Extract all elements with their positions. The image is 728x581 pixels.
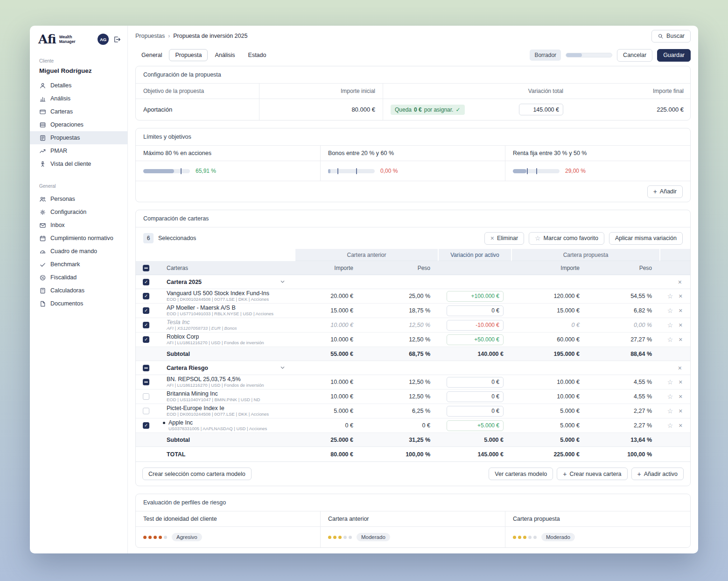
sidebar-item-detalles[interactable]: Detalles [35, 79, 122, 92]
row-checkbox[interactable] [143, 322, 149, 328]
sidebar-item-vista-del-cliente[interactable]: Vista del cliente [35, 157, 122, 170]
remove-asset-icon[interactable]: × [679, 336, 682, 343]
mark-favorite-button[interactable]: ☆ Marcar como favorito [529, 232, 604, 245]
gear-icon [39, 209, 46, 216]
sidebar-item-calculadoras[interactable]: Calculadoras [35, 284, 122, 297]
asset-new-amount: 15.000 € [511, 304, 587, 318]
add-asset-button[interactable]: + Añadir activo [631, 468, 684, 480]
cancel-button[interactable]: Cancelar [617, 49, 652, 62]
tab-general[interactable]: General [135, 49, 168, 61]
breadcrumb-root[interactable]: Propuestas [135, 33, 165, 39]
row-checkbox[interactable] [143, 379, 149, 385]
tab-estado[interactable]: Estado [242, 49, 273, 61]
risk-profile-badge: Agresivo [172, 533, 202, 541]
group-checkbox[interactable] [143, 365, 149, 371]
sidebar-item-operaciones[interactable]: Operaciones [35, 118, 122, 131]
portfolio-card-icon [39, 108, 46, 115]
sidebar-item-personas[interactable]: Personas [35, 192, 122, 205]
delete-selection-button[interactable]: × Eliminar [484, 232, 524, 245]
favorite-star-icon[interactable]: ☆ [667, 422, 673, 429]
chevron-down-icon[interactable] [280, 365, 285, 370]
view-model-portfolios-button[interactable]: Ver carteras modelo [489, 468, 553, 480]
variation-input[interactable] [447, 377, 504, 388]
remaining-amount-badge: Queda0 €por asignar. ✓ [391, 105, 465, 115]
group-checkbox[interactable] [143, 279, 149, 285]
tab-propuesta[interactable]: Propuesta [169, 49, 208, 61]
risk-dots [328, 536, 352, 539]
row-checkbox[interactable] [143, 307, 149, 314]
create-new-portfolio-button[interactable]: + Crear nueva cartera [557, 468, 627, 480]
remove-asset-icon[interactable]: × [679, 422, 682, 429]
sidebar-item-cumplimiento-normativo[interactable]: Cumplimiento normativo [35, 232, 122, 245]
save-button[interactable]: Guardar [657, 49, 691, 62]
remove-asset-icon[interactable]: × [679, 322, 682, 328]
favorite-star-icon[interactable]: ☆ [667, 336, 673, 343]
close-icon: × [490, 235, 494, 241]
subtotal-label: Subtotal [156, 347, 295, 361]
comparison-card: Comparación de carteras 6 Seleccionados … [135, 210, 691, 486]
general-section-label: General [35, 184, 122, 189]
variation-input[interactable] [447, 420, 504, 431]
variation-input[interactable] [447, 305, 504, 316]
asset-new-weight: 6,82 % [587, 304, 659, 318]
row-checkbox[interactable] [143, 336, 149, 343]
row-checkbox[interactable] [143, 393, 149, 400]
sidebar-item-analisis[interactable]: Análisis [35, 92, 122, 105]
favorite-star-icon[interactable]: ☆ [667, 322, 673, 328]
remove-group-icon[interactable]: × [678, 365, 682, 371]
sidebar-item-inbox[interactable]: Inbox [35, 219, 122, 232]
favorite-star-icon[interactable]: ☆ [667, 307, 673, 314]
sidebar-item-configuracion[interactable]: Configuración [35, 205, 122, 219]
favorite-star-icon[interactable]: ☆ [667, 379, 673, 385]
search-button[interactable]: Buscar [651, 30, 691, 43]
remove-asset-icon[interactable]: × [679, 307, 682, 314]
remove-group-icon[interactable]: × [678, 279, 682, 285]
colgroup-previous: Cartera anterior [295, 249, 438, 261]
limit-threshold-tick [356, 168, 357, 174]
limit-threshold-tick [536, 168, 537, 174]
sidebar-item-benchmark[interactable]: Benchmark [35, 258, 122, 271]
avatar[interactable]: AG [98, 34, 109, 45]
colgroup-variation: Variación por activo [438, 249, 511, 261]
breadcrumb-separator: › [168, 33, 170, 39]
row-checkbox[interactable] [143, 422, 149, 429]
variation-input[interactable] [447, 391, 504, 402]
person-icon [39, 161, 46, 168]
limit-label: Máximo 80 % en acciones [136, 146, 321, 161]
remove-asset-icon[interactable]: × [679, 379, 682, 385]
remove-asset-icon[interactable]: × [679, 408, 682, 414]
remove-asset-icon[interactable]: × [679, 393, 682, 400]
favorite-star-icon[interactable]: ☆ [667, 393, 673, 400]
asset-weight: 12,50 % [361, 390, 438, 404]
logout-button[interactable] [113, 35, 121, 43]
sidebar-item-carteras[interactable]: Carteras [35, 105, 122, 118]
total-variation-input[interactable] [519, 104, 563, 115]
asset-meta: EOD | DK0010244508 | 0O77.LSE | DKK | Ac… [167, 411, 269, 417]
favorite-star-icon[interactable]: ☆ [667, 408, 673, 414]
sidebar-item-propuestas[interactable]: Propuestas [30, 131, 127, 144]
add-limit-button[interactable]: + Añadir [647, 185, 683, 198]
remove-asset-icon[interactable]: × [679, 293, 682, 299]
asset-amount: 20.000 € [295, 289, 361, 304]
variation-input[interactable] [447, 291, 504, 302]
tab-analisis[interactable]: Análisis [209, 49, 241, 61]
variation-input[interactable] [447, 334, 504, 345]
row-checkbox[interactable] [143, 408, 149, 414]
variation-input[interactable] [447, 320, 504, 331]
sidebar-item-documentos[interactable]: Documentos [35, 297, 122, 310]
variation-input[interactable] [447, 406, 504, 417]
sidebar-item-pmar[interactable]: PMAR [35, 144, 122, 157]
favorite-star-icon[interactable]: ☆ [667, 293, 673, 299]
risk-col-header: Cartera propuesta [505, 511, 690, 527]
row-checkbox[interactable] [143, 293, 149, 299]
create-model-from-selection-button[interactable]: Crear selección como cartera modelo [142, 468, 252, 480]
bar-chart-icon [39, 95, 46, 102]
calendar-icon [39, 235, 46, 242]
chevron-down-icon[interactable] [280, 279, 285, 284]
sidebar-item-fiscalidad[interactable]: Fiscalidad [35, 271, 122, 284]
apply-same-variation-button[interactable]: Aplicar misma variación [609, 232, 683, 245]
check-icon: ✓ [455, 106, 460, 113]
select-all-checkbox[interactable] [143, 265, 149, 271]
sidebar-item-cuadro-de-mando[interactable]: Cuadro de mando [35, 245, 122, 258]
rows-icon [39, 121, 46, 128]
